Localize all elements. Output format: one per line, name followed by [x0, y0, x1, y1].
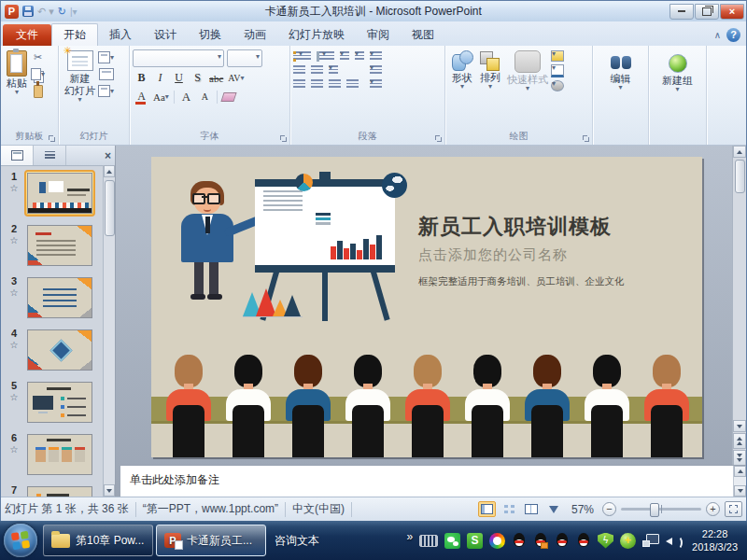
- previous-slide-button[interactable]: [733, 433, 746, 449]
- numbering-icon[interactable]: [317, 51, 334, 62]
- shape-effects-icon[interactable]: [551, 80, 564, 91]
- tab-file[interactable]: 文件: [3, 24, 51, 46]
- thumbnail-slide-1[interactable]: 1☆: [3, 171, 104, 216]
- tab-view[interactable]: 视图: [401, 24, 445, 46]
- sogou-rainbow-icon[interactable]: [489, 533, 505, 549]
- tab-home[interactable]: 开始: [51, 23, 98, 46]
- main-vertical-scrollbar[interactable]: [732, 146, 746, 466]
- volume-icon[interactable]: [666, 534, 681, 548]
- zoom-out-button[interactable]: −: [602, 502, 616, 516]
- collapse-ribbon-icon[interactable]: ∧: [714, 30, 721, 40]
- decrease-indent-icon[interactable]: [293, 65, 305, 76]
- next-slide-button[interactable]: [733, 450, 746, 466]
- drawing-dialog-launcher[interactable]: [583, 135, 590, 143]
- scroll-up-button[interactable]: [733, 146, 746, 158]
- align-left-icon[interactable]: [293, 79, 305, 90]
- tray-expand-icon[interactable]: »: [406, 530, 413, 543]
- paste-button[interactable]: 粘贴: [4, 49, 30, 98]
- zoom-level[interactable]: 57%: [571, 503, 594, 516]
- qq-icon-2[interactable]: [533, 533, 548, 549]
- underline-button[interactable]: U: [172, 71, 186, 85]
- qq-icon-1[interactable]: [512, 533, 527, 549]
- font-size-select[interactable]: [227, 49, 262, 67]
- normal-view-button[interactable]: [478, 501, 496, 517]
- template-name[interactable]: “第一PPT，www.1ppt.com”: [143, 501, 278, 517]
- text-shadow-button[interactable]: S: [190, 71, 204, 85]
- powerpoint-logo-icon[interactable]: P: [5, 5, 19, 19]
- italic-button[interactable]: I: [153, 71, 167, 85]
- align-right-icon[interactable]: [329, 79, 341, 90]
- zoom-slider[interactable]: [621, 508, 701, 511]
- slide-canvas[interactable]: 新员工入职培训模板 点击添加您的公司名称 框架完整适用于商务培训、员工培训、企业…: [151, 157, 702, 457]
- shrink-font-button[interactable]: A: [198, 90, 212, 104]
- zoom-in-button[interactable]: +: [706, 502, 720, 516]
- notes-scroll-up[interactable]: [734, 466, 746, 477]
- notes-scroll-down[interactable]: [734, 485, 746, 497]
- text-direction-icon[interactable]: [370, 51, 382, 62]
- slideshow-view-button[interactable]: [545, 501, 563, 517]
- qq-icon-4[interactable]: [576, 533, 591, 549]
- copy-button[interactable]: [30, 67, 46, 81]
- reading-view-button[interactable]: [523, 501, 541, 517]
- shapes-button[interactable]: 形状: [448, 49, 476, 93]
- section-button[interactable]: [98, 84, 114, 98]
- align-center-icon[interactable]: [311, 79, 323, 90]
- tab-design[interactable]: 设计: [143, 24, 188, 46]
- notes-pane[interactable]: 单击此处添加备注: [120, 465, 746, 497]
- panel-close-icon[interactable]: ×: [105, 149, 111, 162]
- clipboard-dialog-launcher[interactable]: [49, 135, 56, 143]
- zoom-slider-thumb[interactable]: [650, 503, 659, 517]
- wechat-icon[interactable]: [444, 533, 460, 549]
- qat-customize-icon[interactable]: |▾: [70, 7, 78, 17]
- thumbnail-slide-5[interactable]: 5☆: [3, 380, 104, 425]
- shape-outline-icon[interactable]: [551, 64, 564, 77]
- tab-review[interactable]: 审阅: [356, 24, 401, 46]
- taskbar-button-powerpoint[interactable]: P 卡通新员工...: [156, 525, 266, 556]
- char-spacing-button[interactable]: AV: [228, 71, 244, 85]
- input-method-keyboard-icon[interactable]: [419, 535, 438, 547]
- tab-animations[interactable]: 动画: [233, 24, 277, 46]
- redo-icon[interactable]: ↻: [58, 5, 66, 18]
- tab-slideshow[interactable]: 幻灯片放映: [277, 24, 356, 46]
- increase-indent-icon[interactable]: [311, 65, 323, 76]
- taskbar-clock[interactable]: 22:28 2018/3/23: [688, 527, 747, 553]
- thumbnail-slide-4[interactable]: 4☆: [3, 328, 104, 372]
- fit-to-window-button[interactable]: [725, 501, 742, 517]
- thumbnail-slide-6[interactable]: 6☆: [3, 432, 104, 477]
- reset-button[interactable]: [98, 67, 114, 81]
- close-button[interactable]: ×: [720, 4, 744, 20]
- grow-font-button[interactable]: A: [179, 90, 193, 104]
- bold-button[interactable]: B: [134, 71, 148, 85]
- tab-insert[interactable]: 插入: [98, 24, 143, 46]
- help-icon[interactable]: ?: [726, 28, 740, 42]
- undo-icon[interactable]: ↶ ▾: [37, 5, 54, 18]
- thumbnail-slide-3[interactable]: 3☆: [3, 275, 104, 320]
- font-dialog-launcher[interactable]: [280, 135, 288, 143]
- new-slide-button[interactable]: 新建 幻灯片: [62, 49, 98, 105]
- thumb-scroll-up[interactable]: [104, 165, 115, 177]
- paragraph-dialog-launcher[interactable]: [435, 135, 443, 143]
- security-shield-icon[interactable]: ϟ: [598, 533, 613, 549]
- new-group-button[interactable]: 新建组: [652, 52, 703, 94]
- language-indicator[interactable]: 中文(中国): [292, 501, 345, 517]
- font-name-select[interactable]: [133, 49, 224, 67]
- s-app-icon[interactable]: S: [467, 533, 483, 549]
- shape-fill-icon[interactable]: [551, 50, 564, 62]
- slide-sorter-view-button[interactable]: [500, 501, 518, 517]
- outline-view-tab[interactable]: [34, 146, 66, 165]
- clear-formatting-icon[interactable]: [220, 92, 236, 102]
- notes-scrollbar[interactable]: [733, 466, 746, 497]
- thumb-scroll-thumb[interactable]: [105, 180, 115, 236]
- align-text-icon[interactable]: [370, 65, 382, 76]
- thumb-scroll-down[interactable]: [104, 484, 115, 497]
- slides-view-tab[interactable]: [1, 146, 34, 165]
- save-icon[interactable]: [22, 6, 34, 17]
- scroll-down-button[interactable]: [733, 420, 746, 432]
- text-columns-icon[interactable]: [329, 65, 338, 76]
- format-painter-button[interactable]: [30, 84, 46, 98]
- tab-transitions[interactable]: 切换: [188, 24, 233, 46]
- qq-icon-3[interactable]: [555, 533, 570, 549]
- convert-smartart-icon[interactable]: [370, 79, 382, 90]
- editing-button[interactable]: 编辑: [596, 52, 645, 92]
- slide-counter[interactable]: 幻灯片 第 1 张，共 36 张: [5, 501, 129, 517]
